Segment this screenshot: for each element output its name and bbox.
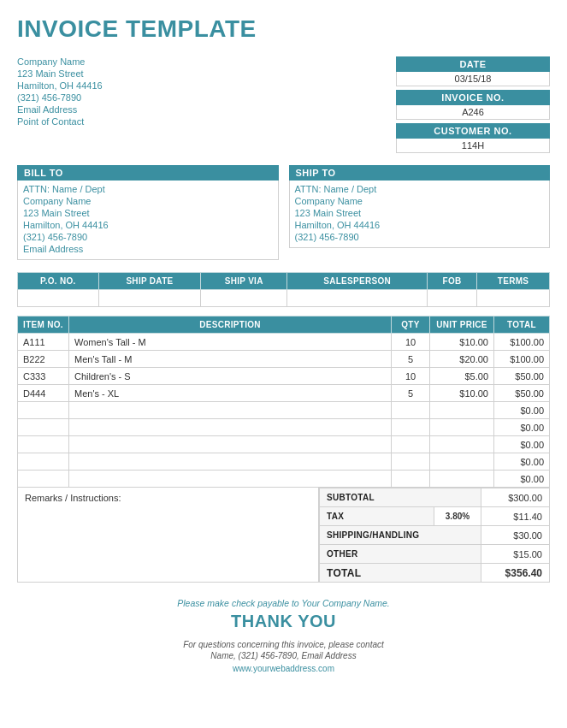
item-unitprice-1: $20.00 [430,351,494,368]
check-text: Please make check payable to [177,598,298,608]
tax-row: TAX 3.80% $11.40 [320,507,550,526]
table-row: $0.00 [18,453,550,471]
table-row: B222 Men's Tall - M 5 $20.00 $100.00 [18,351,550,368]
ship-to-body: ATTN: Name / Dept Company Name 123 Main … [289,181,551,248]
bill-to-body: ATTN: Name / Dept Company Name 123 Main … [17,181,279,260]
item-qty-5 [392,419,430,436]
item-unitprice-6 [430,436,494,453]
item-no-0: A111 [18,334,69,351]
total-value: $356.40 [481,564,550,583]
invoice-no-label: INVOICE NO. [396,90,550,105]
item-qty-4 [392,402,430,419]
ship-to-header: SHIP TO [289,165,551,181]
po-header-2: SHIP VIA [201,273,287,290]
po-header-3: SALESPERSON [287,273,428,290]
customer-no-value: 114H [396,139,550,153]
invoice-title: INVOICE TEMPLATE [17,15,550,43]
table-row: $0.00 [18,402,550,419]
bill-name: Company Name [23,196,273,206]
item-no-1: B222 [18,351,69,368]
item-desc-2: Children's - S [69,368,392,385]
item-unitprice-0: $10.00 [430,334,494,351]
po-header-0: P.O. NO. [18,273,99,290]
table-row: C333 Children's - S 10 $5.00 $50.00 [18,368,550,385]
item-qty-0: 10 [392,334,430,351]
remarks-label: Remarks / Instructions: [25,493,121,503]
items-header-0: ITEM NO. [18,317,69,334]
item-unitprice-5 [430,419,494,436]
subtotal-value: $300.00 [481,488,550,507]
item-unitprice-3: $10.00 [430,385,494,402]
subtotal-label: SUBTOTAL [320,488,481,507]
bill-ship-section: BILL TO ATTN: Name / Dept Company Name 1… [17,165,550,260]
item-qty-6 [392,436,430,453]
item-total-7: $0.00 [494,453,550,471]
po-row [18,290,550,307]
other-row: OTHER $15.00 [320,545,550,564]
date-label: DATE [396,56,550,72]
total-label: TOTAL [320,564,481,583]
total-row: TOTAL $356.40 [320,564,550,583]
item-desc-3: Men's - XL [69,385,392,402]
po-cell-1 [98,290,201,307]
item-total-2: $50.00 [494,368,550,385]
item-unitprice-7 [430,453,494,471]
item-desc-6 [69,436,392,453]
bill-address: 123 Main Street [23,208,273,218]
po-cell-0 [18,290,99,307]
po-header-4: FOB [428,273,477,290]
po-cell-4 [428,290,477,307]
items-header-4: TOTAL [494,317,550,334]
item-no-5 [18,419,69,436]
table-row: $0.00 [18,471,550,488]
item-qty-1: 5 [392,351,430,368]
company-email: Email Address [17,104,103,115]
po-table: P.O. NO. SHIP DATE SHIP VIA SALESPERSON … [17,272,550,307]
item-desc-4 [69,402,392,419]
shipping-value: $30.00 [481,526,550,545]
item-unitprice-2: $5.00 [430,368,494,385]
item-qty-7 [392,453,430,471]
company-contact: Point of Contact [17,116,103,127]
item-total-1: $100.00 [494,351,550,368]
shipping-label: SHIPPING/HANDLING [320,526,481,545]
bill-to-header: BILL TO [17,165,279,181]
ship-city: Hamilton, OH 44416 [295,220,545,230]
questions-line2: Name, (321) 456-7890, Email Address [17,651,550,660]
item-qty-8 [392,471,430,488]
item-desc-5 [69,419,392,436]
company-name: Company Name [17,56,103,67]
item-total-0: $100.00 [494,334,550,351]
bill-attn: ATTN: Name / Dept [23,184,273,194]
invoice-no-value: A246 [396,105,550,120]
item-no-7 [18,453,69,471]
ship-to-box: SHIP TO ATTN: Name / Dept Company Name 1… [289,165,551,260]
tax-value: $11.40 [481,507,550,526]
bottom-section: Remarks / Instructions: SUBTOTAL $300.00… [17,488,550,583]
table-row: $0.00 [18,419,550,436]
item-no-2: C333 [18,368,69,385]
ship-address: 123 Main Street [295,208,545,218]
item-unitprice-4 [430,402,494,419]
bill-to-box: BILL TO ATTN: Name / Dept Company Name 1… [17,165,279,260]
customer-no-label: CUSTOMER NO. [396,123,550,139]
tax-rate: 3.80% [434,507,481,526]
item-desc-0: Women's Tall - M [69,334,392,351]
item-total-5: $0.00 [494,419,550,436]
item-no-6 [18,436,69,453]
table-row: A111 Women's Tall - M 10 $10.00 $100.00 [18,334,550,351]
tax-label: TAX [320,507,434,526]
po-header-5: TERMS [477,273,550,290]
other-label: OTHER [320,545,481,564]
questions-line1: For questions concerning this invoice, p… [17,640,550,649]
items-table: ITEM NO. DESCRIPTION QTY UNIT PRICE TOTA… [17,316,550,488]
other-value: $15.00 [481,545,550,564]
website: www.yourwebaddress.com [17,664,550,673]
thank-you: THANK YOU [17,612,550,631]
date-value: 03/15/18 [396,72,550,86]
item-desc-8 [69,471,392,488]
table-row: D444 Men's - XL 5 $10.00 $50.00 [18,385,550,402]
ship-name: Company Name [295,196,545,206]
item-desc-1: Men's Tall - M [69,351,392,368]
top-section: Company Name 123 Main Street Hamilton, O… [17,56,550,153]
